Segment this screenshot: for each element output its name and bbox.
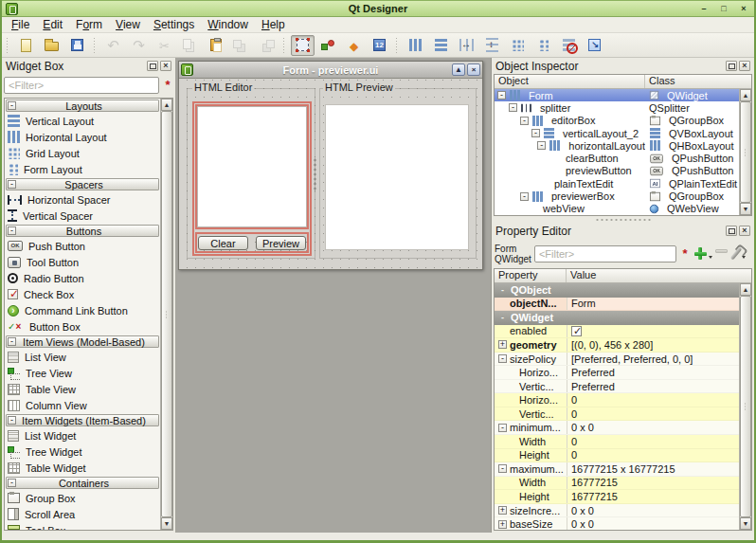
widget-item-horizontal-spacer[interactable]: Horizontal Spacer <box>5 191 160 208</box>
form-canvas[interactable]: HTML Editor HTML Preview Clear Preview <box>179 79 482 269</box>
widget-box-float-icon[interactable] <box>147 61 158 71</box>
paste-button[interactable] <box>204 35 227 56</box>
widget-item-tree-widget[interactable]: Tree Widget <box>5 443 160 460</box>
edit-buddies-button[interactable] <box>342 35 366 56</box>
property-section-qobject[interactable]: -QObject <box>495 283 739 298</box>
widget-item-push-button[interactable]: Push Button <box>5 238 160 254</box>
widget-item-horizontal-layout[interactable]: Horizontal Layout <box>5 129 160 145</box>
property-value-cell[interactable]: [(0, 0), 456 x 280] <box>567 338 739 352</box>
property-row-objectn[interactable]: objectN...Form <box>495 298 739 312</box>
menu-help[interactable]: Help <box>255 18 292 31</box>
property-row-vertic[interactable]: Vertic...Preferred <box>495 380 739 394</box>
remove-dynamic-property-button[interactable] <box>715 249 728 258</box>
inspector-row-horizontallayout[interactable]: -horizontalLayoutQHBoxLayout <box>495 139 739 152</box>
minimize-button[interactable]: – <box>697 3 711 15</box>
collapse-icon[interactable]: - <box>8 337 16 346</box>
expand-icon[interactable]: - <box>498 424 507 432</box>
property-value-cell[interactable]: Preferred <box>567 366 739 379</box>
property-row-geometry[interactable]: +geometry[(0, 0), 456 x 280] <box>495 338 739 353</box>
inspector-row-form[interactable]: -FormQWidget <box>495 89 739 101</box>
column-property[interactable]: Property <box>495 269 567 282</box>
property-row-horizo[interactable]: Horizo...0 <box>495 393 739 407</box>
property-editor-float-icon[interactable] <box>726 226 737 236</box>
toolbar-drag-handle[interactable] <box>93 37 97 53</box>
adjust-size-button[interactable] <box>583 35 606 56</box>
widget-item-radio-button[interactable]: Radio Button <box>5 270 160 286</box>
collapse-icon[interactable]: - <box>520 117 529 125</box>
property-value-cell[interactable]: Preferred <box>567 380 739 393</box>
collapse-icon[interactable]: - <box>8 479 16 487</box>
property-editor-close-icon[interactable] <box>739 226 750 236</box>
collapse-icon[interactable]: - <box>8 101 16 110</box>
new-form-button[interactable] <box>14 35 38 56</box>
property-value-cell[interactable]: 0 x 0 <box>567 504 739 517</box>
expand-icon[interactable]: - <box>498 464 507 473</box>
title-bar[interactable]: Qt Designer – □ × <box>2 0 754 17</box>
object-inspector-scrollbar[interactable]: ▲ ▼ <box>739 89 751 215</box>
menu-window[interactable]: Window <box>201 18 255 31</box>
widget-item-form-layout[interactable]: Form Layout <box>5 161 160 177</box>
expand-icon[interactable]: - <box>498 354 507 363</box>
column-class[interactable]: Class <box>645 75 751 88</box>
scroll-down-icon[interactable]: ▼ <box>740 203 751 215</box>
widget-item-group-box[interactable]: Group Box <box>5 490 160 506</box>
property-row-height[interactable]: Height0 <box>495 449 739 463</box>
scrollbar-thumb[interactable] <box>740 296 751 517</box>
widget-box-filter-input[interactable] <box>4 77 159 94</box>
inspector-row-splitter[interactable]: -splitterQSplitter <box>495 101 739 114</box>
widget-item-button-box[interactable]: Button Box <box>5 318 160 335</box>
widget-box-category-item-views-model-based[interactable]: -Item Views (Model-Based) <box>6 335 159 348</box>
widget-item-column-view[interactable]: Column View <box>5 397 160 413</box>
maximize-button[interactable]: □ <box>717 3 730 15</box>
layout-in-grid-button[interactable] <box>506 35 530 56</box>
property-row-width[interactable]: Width16777215 <box>495 477 739 491</box>
menu-view[interactable]: View <box>109 18 147 31</box>
widget-item-list-view[interactable]: List View <box>5 349 160 365</box>
collapse-icon[interactable]: - <box>498 314 507 322</box>
undo-button[interactable] <box>101 35 125 56</box>
inspector-row-editorbox[interactable]: -editorBoxQGroupBox <box>495 115 739 127</box>
property-value-cell[interactable]: 0 <box>567 449 739 462</box>
checkbox-checked-icon[interactable] <box>571 326 582 336</box>
property-value-cell[interactable]: 16777215 <box>567 490 739 503</box>
property-row-width[interactable]: Width0 <box>495 435 739 449</box>
widget-item-vertical-spacer[interactable]: Vertical Spacer <box>5 208 160 224</box>
property-row-minimum[interactable]: -minimum...0 x 0 <box>495 421 739 435</box>
widget-box-close-icon[interactable] <box>160 61 171 71</box>
collapse-icon[interactable]: - <box>497 91 506 100</box>
menu-edit[interactable]: Edit <box>36 18 69 31</box>
scroll-up-icon[interactable]: ▲ <box>740 283 751 296</box>
property-value-cell[interactable]: [Preferred, Preferred, 0, 0] <box>567 353 739 366</box>
raise-button[interactable] <box>255 35 279 56</box>
open-form-button[interactable] <box>40 35 63 56</box>
property-row-height[interactable]: Height16777215 <box>495 490 739 504</box>
widget-item-tool-box[interactable]: Tool Box <box>5 522 160 530</box>
property-row-basesize[interactable]: +baseSize0 x 0 <box>495 517 739 530</box>
column-value[interactable]: Value <box>567 269 751 282</box>
redo-button[interactable] <box>127 35 151 56</box>
widget-box-scrollbar[interactable]: ▲ ▼ <box>160 99 172 530</box>
form-window[interactable]: Form - previewer.ui ▲ × HTML Editor HTML… <box>178 61 483 270</box>
property-value-cell[interactable]: 16777215 x 16777215 <box>567 462 739 476</box>
widget-box-category-containers[interactable]: -Containers <box>6 477 159 489</box>
widget-box-category-item-widgets-item-based[interactable]: -Item Widgets (Item-Based) <box>6 414 159 426</box>
scroll-up-icon[interactable]: ▲ <box>740 89 751 101</box>
toolbar-drag-handle[interactable] <box>6 37 9 53</box>
web-view[interactable] <box>325 104 469 250</box>
expand-icon[interactable]: + <box>498 340 507 349</box>
widget-item-scroll-area[interactable]: Scroll Area <box>5 506 160 522</box>
menu-file[interactable]: File <box>5 18 36 31</box>
layout-vertically-button[interactable] <box>429 35 453 56</box>
layout-vertically-in-splitter-button[interactable] <box>480 35 504 56</box>
scrollbar-thumb[interactable] <box>161 111 172 517</box>
plain-text-edit[interactable] <box>195 104 309 229</box>
scroll-up-icon[interactable]: ▲ <box>161 99 172 111</box>
panel-splitter-handle[interactable] <box>492 216 754 223</box>
expand-icon[interactable]: + <box>498 506 507 515</box>
inspector-row-previewbutton[interactable]: previewButtonQPushButton <box>495 165 739 177</box>
collapse-icon[interactable]: - <box>509 103 517 112</box>
property-editor-header[interactable]: Property Value <box>495 269 751 283</box>
menu-form[interactable]: Form <box>69 18 109 31</box>
configure-property-editor-button[interactable] <box>734 246 746 261</box>
collapse-icon[interactable]: - <box>531 129 540 137</box>
